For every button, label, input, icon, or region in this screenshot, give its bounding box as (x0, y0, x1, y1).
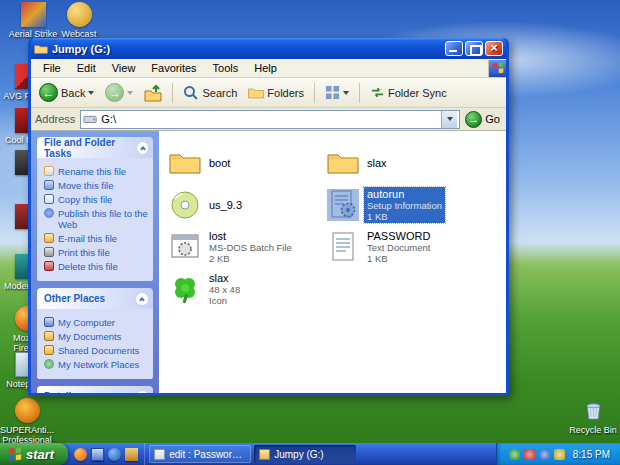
address-dropdown-button[interactable] (441, 111, 457, 128)
minimize-button[interactable] (445, 41, 463, 56)
file-item-boot[interactable]: boot (169, 144, 327, 182)
folder-sync-icon (370, 85, 385, 100)
file-item-autorun-selected[interactable]: autorun Setup Information 1 KB (327, 186, 485, 224)
task-email-file[interactable]: E-mail this file (44, 233, 148, 244)
drive-icon (83, 112, 97, 126)
menu-tools[interactable]: Tools (205, 61, 247, 75)
file-item-us93[interactable]: us_9.3 (169, 186, 327, 224)
taskbar: start edit : Password á uba... Jumpy (G:… (0, 443, 620, 465)
folder-sync-label: Folder Sync (388, 87, 447, 99)
file-item-lost[interactable]: lost MS-DOS Batch File 2 KB (169, 228, 327, 266)
menu-help[interactable]: Help (246, 61, 285, 75)
quick-launch-media-icon[interactable] (125, 448, 138, 461)
file-name: us_9.3 (209, 199, 242, 211)
windows-flag-icon (8, 447, 22, 461)
views-icon (325, 85, 340, 100)
desktop-icon-recycle-bin[interactable]: Recycle Bin (566, 398, 620, 435)
go-button[interactable]: → Go (465, 111, 502, 128)
quick-launch-firefox-icon[interactable] (74, 448, 87, 461)
menu-edit[interactable]: Edit (69, 61, 104, 75)
system-tray: 8:15 PM (496, 443, 620, 465)
task-label: Copy this file (58, 194, 112, 205)
tray-icon-3[interactable] (539, 449, 550, 460)
desktop-icon-superantispyware[interactable]: SUPERAnti... Professional (0, 398, 54, 445)
window-title: Jumpy (G:) (52, 43, 441, 55)
file-item-slax-folder[interactable]: slax (327, 144, 485, 182)
menu-file[interactable]: File (35, 61, 69, 75)
chevron-down-icon (135, 390, 149, 394)
taskbar-task-jumpy[interactable]: Jumpy (G:) (254, 445, 356, 463)
document-icon (154, 449, 165, 460)
link-my-documents[interactable]: My Documents (44, 331, 148, 342)
task-delete-file[interactable]: Delete this file (44, 261, 148, 272)
search-button[interactable]: Search (179, 83, 241, 103)
publish-icon (44, 208, 54, 218)
menu-view[interactable]: View (104, 61, 144, 75)
clock[interactable]: 8:15 PM (573, 449, 610, 460)
file-type: MS-DOS Batch File (209, 242, 292, 253)
task-print-file[interactable]: Print this file (44, 247, 148, 258)
menu-favorites[interactable]: Favorites (143, 61, 204, 75)
file-type: Setup Information (367, 200, 442, 211)
address-combo[interactable]: G:\ (80, 110, 460, 129)
quick-launch (68, 443, 145, 465)
task-pane: File and Folder Tasks Rename this file M… (31, 131, 159, 393)
tray-icon-4[interactable] (554, 449, 565, 460)
task-copy-file[interactable]: Copy this file (44, 194, 148, 205)
menu-bar: File Edit View Favorites Tools Help (31, 59, 506, 78)
taskbar-task-edit-password[interactable]: edit : Password á uba... (149, 445, 251, 463)
folder-sync-button[interactable]: Folder Sync (366, 83, 451, 102)
file-name: slax (209, 272, 240, 284)
tray-icon-1[interactable] (509, 449, 520, 460)
file-tasks-header[interactable]: File and Folder Tasks (37, 137, 153, 158)
quick-launch-show-desktop-icon[interactable] (91, 448, 104, 461)
delete-icon (44, 261, 54, 271)
forward-button[interactable]: → (101, 81, 137, 104)
tray-icon-2[interactable] (524, 449, 535, 460)
file-item-slax-icon[interactable]: slax 48 x 48 Icon (169, 270, 327, 308)
task-move-file[interactable]: Move this file (44, 180, 148, 191)
forward-dropdown-icon (127, 91, 133, 95)
details-header[interactable]: Details (37, 386, 153, 393)
task-label: Rename this file (58, 166, 126, 177)
back-icon: ← (39, 83, 58, 102)
address-label: Address (35, 113, 75, 125)
explorer-window: Jumpy (G:) File Edit View Favorites Tool… (28, 38, 509, 396)
address-value: G:\ (101, 113, 437, 125)
task-label: Delete this file (58, 261, 118, 272)
task-label: Publish this file to the Web (58, 208, 148, 230)
toolbar-separator (359, 83, 360, 103)
file-name: autorun (367, 188, 442, 200)
link-my-computer[interactable]: My Computer (44, 317, 148, 328)
desktop-icon-label: SUPERAnti... Professional (0, 425, 54, 445)
views-button[interactable] (321, 83, 353, 102)
panel-title: Details (44, 391, 77, 393)
back-button[interactable]: ← Back (35, 81, 98, 104)
desktop-icon-webcast[interactable]: Webcast (52, 2, 106, 39)
clover-icon (169, 273, 201, 305)
task-rename-file[interactable]: Rename this file (44, 166, 148, 177)
close-button[interactable] (485, 41, 503, 56)
link-my-network-places[interactable]: My Network Places (44, 359, 148, 370)
file-item-password[interactable]: PASSWORD Text Document 1 KB (327, 228, 485, 266)
chevron-up-icon (135, 292, 149, 306)
task-label: Jumpy (G:) (274, 449, 323, 460)
file-name: lost (209, 230, 292, 242)
batch-file-icon (169, 231, 201, 263)
link-shared-documents[interactable]: Shared Documents (44, 345, 148, 356)
window-folder-icon (34, 42, 48, 56)
desktop: Aerial Strike Webcast AVG Free... Cool E… (0, 0, 620, 465)
task-label: Move this file (58, 180, 113, 191)
task-label: Print this file (58, 247, 110, 258)
maximize-button[interactable] (465, 41, 483, 56)
other-places-header[interactable]: Other Places (37, 288, 153, 309)
window-titlebar[interactable]: Jumpy (G:) (31, 38, 506, 59)
text-document-icon (327, 231, 359, 263)
task-publish-file[interactable]: Publish this file to the Web (44, 208, 148, 230)
up-button[interactable] (140, 82, 166, 104)
link-label: My Computer (58, 317, 115, 328)
start-button[interactable]: start (0, 443, 68, 465)
quick-launch-browser-icon[interactable] (108, 448, 121, 461)
folders-button[interactable]: Folders (244, 83, 308, 103)
views-dropdown-icon (343, 91, 349, 95)
